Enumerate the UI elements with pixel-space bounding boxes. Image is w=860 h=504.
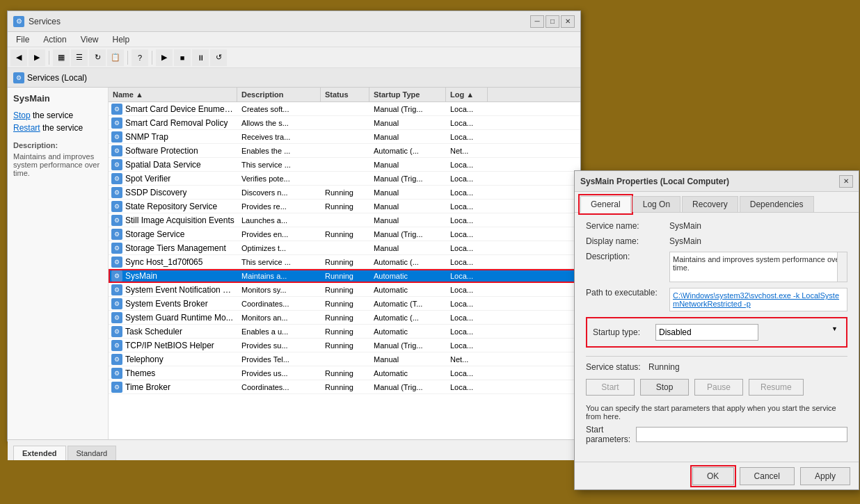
properties-button[interactable]: ☰ [71, 49, 88, 66]
list-item[interactable]: ⚙Software ProtectionEnables the ...Autom… [109, 144, 580, 158]
tab-dependencies[interactable]: Dependencies [740, 196, 814, 212]
tab-standard[interactable]: Standard [67, 446, 117, 460]
list-item[interactable]: ⚙SSDP DiscoveryDiscovers n...RunningManu… [109, 186, 580, 200]
service-name-cell: ⚙TCP/IP NetBIOS Helper [109, 340, 237, 351]
service-status-text: Running [321, 284, 369, 295]
props-description-row: Description: Maintains and improves syst… [586, 252, 847, 282]
tab-general[interactable]: General [580, 196, 631, 213]
list-item[interactable]: ⚙System Event Notification S...Monitors … [109, 283, 580, 297]
header-status[interactable]: Status [321, 88, 369, 101]
stop-link[interactable]: Stop [13, 111, 31, 120]
list-item[interactable]: ⚙Time BrokerCoordinates...RunningManual … [109, 380, 580, 394]
list-item[interactable]: ⚙TelephonyProvides Tel...ManualNet... [109, 352, 580, 366]
export-button[interactable]: 📋 [107, 49, 124, 66]
close-button[interactable]: ✕ [561, 15, 575, 28]
stop-button-toolbar[interactable]: ■ [174, 49, 191, 66]
services-window-title: Services [29, 17, 61, 26]
header-description[interactable]: Description [237, 88, 321, 101]
header-name[interactable]: Name ▲ [109, 88, 237, 101]
menu-file[interactable]: File [10, 33, 35, 46]
list-item[interactable]: ⚙TCP/IP NetBIOS HelperProvides su...Runn… [109, 339, 580, 352]
maximize-button[interactable]: □ [546, 15, 559, 28]
header-startup-type[interactable]: Startup Type [369, 88, 446, 101]
list-item[interactable]: ⚙ThemesProvides us...RunningAutomaticLoc… [109, 366, 580, 380]
list-item[interactable]: ⚙Smart Card Device Enumera...Creates sof… [109, 102, 580, 116]
help-button[interactable]: ? [132, 49, 148, 66]
service-startup-text: Manual (Trig... [369, 104, 446, 115]
service-name-text: System Events Broker [125, 299, 208, 309]
list-item[interactable]: ⚙Spatial Data ServiceThis service ...Man… [109, 158, 580, 172]
list-item[interactable]: ⚙SNMP TrapReceives tra...ManualLoca... [109, 130, 580, 144]
service-icon: ⚙ [111, 145, 122, 156]
service-icon: ⚙ [111, 270, 122, 282]
list-item[interactable]: ⚙Spot VerifierVerifies pote...Manual (Tr… [109, 172, 580, 186]
service-desc-text: Optimizes t... [237, 243, 321, 254]
description-value: Maintains and improves system performanc… [673, 255, 842, 272]
restart-button-toolbar[interactable]: ↺ [210, 49, 227, 66]
list-item[interactable]: ⚙SysMainMaintains a...RunningAutomaticLo… [109, 269, 580, 283]
list-item[interactable]: ⚙Storage Tiers ManagementOptimizes t...M… [109, 241, 580, 255]
menu-action[interactable]: Action [38, 33, 72, 46]
startup-type-select-wrapper[interactable]: Automatic Automatic (Delayed Start) Manu… [653, 323, 841, 342]
service-icon: ⚙ [111, 104, 122, 115]
description-scrollbar[interactable] [837, 252, 847, 282]
service-status-text: Running [321, 270, 369, 282]
service-startup-text: Manual [369, 354, 446, 365]
service-icon: ⚙ [111, 298, 122, 309]
start-button[interactable]: Start [586, 379, 635, 396]
service-name-cell: ⚙SNMP Trap [109, 131, 237, 143]
list-item[interactable]: ⚙State Repository ServiceProvides re...R… [109, 200, 580, 213]
tab-logon[interactable]: Log On [632, 196, 680, 212]
service-status-text: Running [321, 229, 369, 240]
back-button[interactable]: ◀ [10, 49, 27, 66]
list-item[interactable]: ⚙Smart Card Removal PolicyAllows the s..… [109, 116, 580, 130]
tab-recovery[interactable]: Recovery [682, 196, 738, 212]
pause-button-toolbar[interactable]: ⏸ [192, 49, 209, 66]
apply-button[interactable]: Apply [800, 467, 850, 485]
service-desc-text: Maintains a... [237, 270, 321, 282]
restart-link[interactable]: Restart [13, 123, 40, 133]
service-name-cell: ⚙Telephony [109, 354, 237, 365]
pause-button[interactable]: Pause [694, 379, 743, 396]
service-startup-text: Manual [369, 117, 446, 129]
service-name-cell: ⚙Storage Tiers Management [109, 243, 237, 254]
list-item[interactable]: ⚙Storage ServiceProvides en...RunningMan… [109, 227, 580, 241]
service-logon-text: Loca... [446, 117, 488, 129]
startup-type-row: Startup type: Automatic Automatic (Delay… [586, 317, 847, 348]
menu-view[interactable]: View [75, 33, 104, 46]
breadcrumb-bar: ⚙ Services (Local) [8, 68, 580, 88]
service-desc-text: Provides us... [237, 368, 321, 379]
service-status-text: Running [321, 257, 369, 268]
show-hide-console-tree[interactable]: ▦ [53, 49, 70, 66]
list-item[interactable]: ⚙Task SchedulerEnables a u...RunningAuto… [109, 325, 580, 339]
service-name-value: SysMain [669, 221, 847, 231]
start-params-input[interactable] [636, 427, 847, 442]
list-item[interactable]: ⚙Sync Host_1d70f065This service ...Runni… [109, 255, 580, 269]
service-startup-text: Manual (Trig... [369, 382, 446, 393]
header-logon[interactable]: Log ▲ [446, 88, 488, 101]
refresh-button[interactable]: ↻ [89, 49, 106, 66]
list-item[interactable]: ⚙System Guard Runtime Mo...Monitors an..… [109, 311, 580, 325]
list-item[interactable]: ⚙Still Image Acquisition EventsLaunches … [109, 213, 580, 227]
menu-help[interactable]: Help [107, 33, 136, 46]
forward-button[interactable]: ▶ [29, 49, 45, 66]
cancel-button[interactable]: Cancel [740, 467, 795, 485]
minimize-button[interactable]: ─ [530, 15, 544, 28]
startup-type-select[interactable]: Automatic Automatic (Delayed Start) Manu… [655, 324, 758, 341]
service-icon: ⚙ [111, 284, 122, 295]
service-desc-text: Provides re... [237, 201, 321, 212]
list-item[interactable]: ⚙System Events BrokerCoordinates...Runni… [109, 297, 580, 311]
props-close-button[interactable]: ✕ [839, 175, 853, 188]
toolbar-separator-2 [127, 51, 128, 65]
resume-button[interactable]: Resume [749, 379, 804, 396]
service-name-text: Spatial Data Service [125, 160, 201, 170]
service-desc-text: Discovers n... [237, 187, 321, 198]
services-list-body[interactable]: ⚙Smart Card Device Enumera...Creates sof… [109, 102, 580, 439]
stop-service-button[interactable]: Stop [640, 379, 689, 396]
play-button[interactable]: ▶ [156, 49, 173, 66]
service-icon: ⚙ [111, 117, 122, 129]
tab-extended[interactable]: Extended [13, 446, 66, 460]
ok-button[interactable]: OK [692, 467, 734, 485]
service-startup-text: Manual [369, 201, 446, 212]
desc-text: Maintains and improves system performanc… [13, 152, 102, 177]
